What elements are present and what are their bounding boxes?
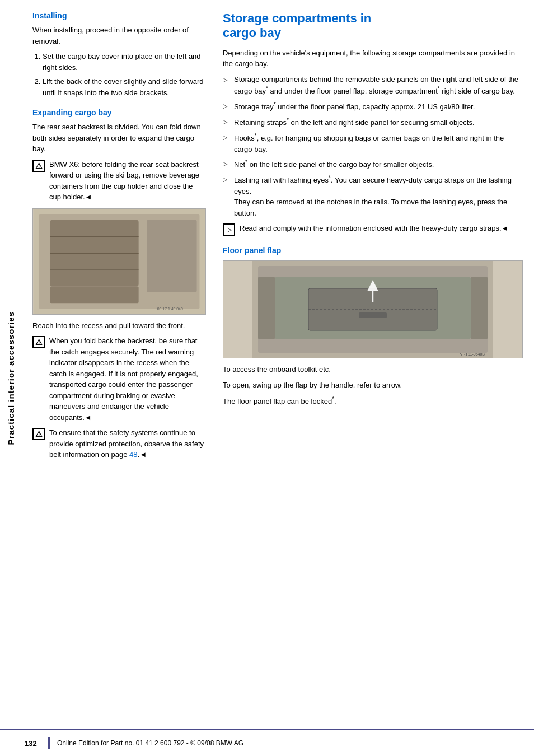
- cargo-image-svg: VRT11-0640B: [223, 260, 522, 358]
- footer-page-number: 132: [25, 739, 41, 748]
- footer-text: Online Edition for Part no. 01 41 2 600 …: [57, 739, 243, 747]
- page-title-line1: Storage compartments in: [223, 11, 371, 25]
- installing-title: Installing: [32, 11, 206, 20]
- warning-text-2: When you fold back the backrest, be sure…: [49, 335, 206, 423]
- installing-para: When installing, proceed in the opposite…: [32, 25, 206, 46]
- warning-text-1: BMW X6: before folding the rear seat bac…: [49, 159, 206, 203]
- floor-para-3: The floor panel flap can be locked*.: [223, 395, 523, 407]
- warning-icon-1: ⚠: [32, 160, 45, 172]
- right-column: Storage compartments in cargo bay Depend…: [223, 11, 523, 465]
- bullet-item-2: Storage tray* under the floor panel flap…: [223, 100, 523, 113]
- page-ref-48[interactable]: 48: [129, 450, 137, 459]
- warning-icon-3: ⚠: [32, 428, 45, 440]
- bullet-item-4: Hooks*, e.g. for hanging up shopping bag…: [223, 132, 523, 155]
- bullet-item-3: Retaining straps* on the left and right …: [223, 116, 523, 128]
- bullet-item-6: Lashing rail with lashing eyes*. You can…: [223, 174, 523, 218]
- warning-text-3: To ensure that the safety systems contin…: [49, 427, 206, 460]
- svg-rect-17: [359, 312, 387, 318]
- cargo-image: VRT11-0640B: [223, 260, 523, 358]
- page-title-line2: cargo bay: [223, 26, 281, 40]
- sidebar-label: Practical interior accessories: [6, 311, 16, 445]
- svg-rect-18: [258, 277, 275, 339]
- left-column: Installing When installing, proceed in t…: [32, 11, 206, 465]
- info-icon: ▷: [223, 223, 235, 236]
- warning-block-2: ⚠ When you fold back the backrest, be su…: [32, 335, 206, 423]
- page-title: Storage compartments in cargo bay: [223, 11, 523, 41]
- step-2: Lift the back of the cover slightly and …: [43, 76, 206, 98]
- svg-rect-3: [50, 286, 138, 303]
- warning-block-3: ⚠ To ensure that the safety systems cont…: [32, 427, 206, 460]
- footer-bar: [48, 737, 50, 749]
- sidebar: Practical interior accessories: [0, 0, 21, 756]
- warning-block-1: ⚠ BMW X6: before folding the rear seat b…: [32, 159, 206, 203]
- reach-text: Reach into the recess and pull toward th…: [32, 320, 206, 332]
- svg-text:03 17 1 49 049: 03 17 1 49 049: [157, 307, 183, 311]
- seat-image: 03 17 1 49 049: [32, 208, 206, 315]
- footer: 132 Online Edition for Part no. 01 41 2 …: [0, 729, 534, 756]
- seat-image-svg: 03 17 1 49 049: [33, 209, 205, 314]
- svg-text:VRT11-0640B: VRT11-0640B: [460, 352, 485, 356]
- svg-rect-19: [471, 277, 488, 339]
- storage-bullet-list: Storage compartments behind the removabl…: [223, 74, 523, 218]
- svg-rect-5: [147, 220, 196, 292]
- expanding-para: The rear seat backrest is divided. You c…: [32, 122, 206, 155]
- expanding-title: Expanding cargo bay: [32, 108, 206, 117]
- step-1: Set the cargo bay cover into place on th…: [43, 51, 206, 73]
- installing-steps: Set the cargo bay cover into place on th…: [32, 51, 206, 98]
- floor-panel-title: Floor panel flap: [223, 246, 523, 255]
- intro-para: Depending on the vehicle's equipment, th…: [223, 48, 523, 69]
- floor-para-2: To open, swing up the flap by the handle…: [223, 380, 523, 391]
- bullet-item-1: Storage compartments behind the removabl…: [223, 74, 523, 97]
- main-content: Installing When installing, proceed in t…: [21, 0, 534, 476]
- info-text: Read and comply with the information enc…: [240, 223, 508, 234]
- floor-para-1: To access the onboard toolkit etc.: [223, 364, 523, 375]
- bullet-item-5: Net* on the left side panel of the cargo…: [223, 158, 523, 170]
- warning-icon-2: ⚠: [32, 336, 45, 348]
- info-block: ▷ Read and comply with the information e…: [223, 223, 523, 236]
